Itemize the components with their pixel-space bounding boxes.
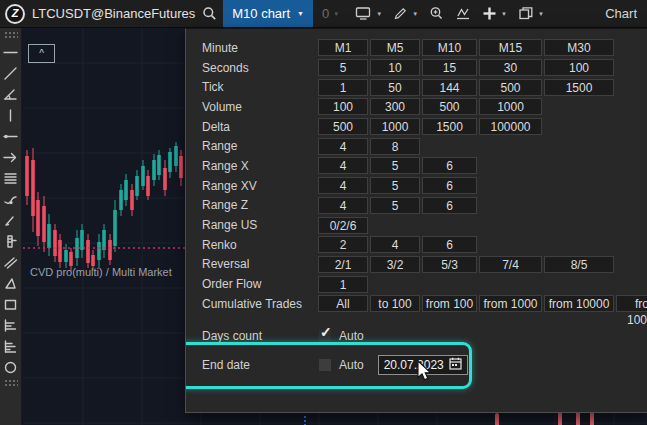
timeframe-cell[interactable]: 15 bbox=[422, 59, 477, 76]
timeframe-cell[interactable]: 4 bbox=[318, 157, 368, 174]
timeframe-row: Reversal2/13/25/37/48/5 bbox=[186, 255, 647, 275]
timeframe-cell[interactable]: 1500 bbox=[422, 118, 477, 135]
timeframe-cell[interactable]: 8/5 bbox=[544, 256, 614, 273]
layout-icon[interactable]: ▼ bbox=[514, 0, 548, 27]
timeframe-row: Range US0/2/6 bbox=[186, 215, 647, 235]
chevron-down-icon: ▼ bbox=[333, 11, 339, 17]
timeframe-cell[interactable]: 5 bbox=[318, 59, 368, 76]
timeframe-cell[interactable]: M30 bbox=[544, 39, 614, 56]
timeframe-cell[interactable]: from 100 bbox=[422, 295, 477, 312]
timeframe-cell[interactable]: 6 bbox=[422, 236, 477, 253]
timeframe-cell[interactable]: 5 bbox=[370, 197, 420, 214]
ray-tool[interactable] bbox=[0, 126, 22, 147]
timeframe-cell[interactable]: 100 bbox=[318, 98, 368, 115]
end-date-row: End date Auto 20.07.2023 bbox=[186, 354, 647, 376]
rectangle-tool[interactable] bbox=[0, 294, 22, 315]
timeframe-cell[interactable]: 300 bbox=[370, 98, 420, 115]
timeframe-cell[interactable]: from 1000 bbox=[479, 295, 542, 312]
calendar-icon[interactable] bbox=[449, 356, 462, 374]
timeframe-cell[interactable]: 4 bbox=[318, 138, 368, 155]
timeframe-cell[interactable]: 500 bbox=[422, 98, 477, 115]
row-label: Range US bbox=[186, 218, 318, 232]
arrow-tool[interactable] bbox=[0, 147, 22, 168]
indicator-icon[interactable] bbox=[451, 0, 475, 27]
timeframe-cell[interactable]: M1 bbox=[318, 39, 368, 56]
ellipse-tool[interactable] bbox=[0, 357, 22, 378]
timeframe-cell[interactable]: 4 bbox=[370, 236, 420, 253]
fixed-profile-tool[interactable] bbox=[0, 336, 22, 357]
auto-label: Auto bbox=[339, 358, 364, 372]
app-logo: Z bbox=[5, 4, 25, 24]
sidebar-grip[interactable] bbox=[4, 379, 18, 387]
collapse-chart-button[interactable]: ^ bbox=[28, 44, 55, 63]
sidebar-grip[interactable] bbox=[4, 31, 18, 39]
timeframe-row: Order Flow1 bbox=[186, 274, 647, 294]
angle-tool[interactable] bbox=[0, 84, 22, 105]
timeframe-row: Delta50010001500100000 bbox=[186, 117, 647, 137]
timeframe-cell[interactable]: 50 bbox=[370, 79, 420, 96]
timeframe-cell[interactable]: 1 bbox=[318, 79, 368, 96]
pencil-icon[interactable]: ▼ bbox=[389, 0, 422, 27]
row-label: Range XV bbox=[186, 179, 318, 193]
timeframe-cell[interactable]: M15 bbox=[479, 39, 542, 56]
horizontal-line-tool[interactable] bbox=[0, 42, 22, 63]
vertical-line-tool[interactable] bbox=[0, 105, 22, 126]
timeframe-cell[interactable]: 500 bbox=[479, 79, 542, 96]
timeframe-cell[interactable]: 6 bbox=[422, 197, 477, 214]
counter-dropdown[interactable]: 0 bbox=[322, 6, 329, 21]
timeframe-cell[interactable]: 30 bbox=[479, 59, 542, 76]
timeframe-cell[interactable]: 6 bbox=[422, 157, 477, 174]
volume-profile-tool[interactable] bbox=[0, 315, 22, 336]
zoom-in-icon[interactable] bbox=[425, 0, 448, 27]
timeframe-cell[interactable]: 7/4 bbox=[479, 256, 542, 273]
end-date-field[interactable]: 20.07.2023 bbox=[378, 355, 468, 375]
timeframe-cell[interactable]: 10 bbox=[370, 59, 420, 76]
timeframe-dropdown-button[interactable]: M10 chart ▼ bbox=[223, 0, 313, 27]
parallel-channel-tool[interactable] bbox=[0, 252, 22, 273]
timeframe-cell[interactable]: 8 bbox=[370, 138, 420, 155]
search-icon[interactable] bbox=[202, 6, 217, 21]
timeframe-cell[interactable]: 0/2/6 bbox=[318, 217, 368, 234]
indicator-label: CVD pro(multi) / Multi Market bbox=[30, 266, 172, 278]
timeframe-cell[interactable]: from 10000 bbox=[544, 295, 614, 312]
timeframe-cell[interactable]: 2 bbox=[318, 236, 368, 253]
timeframe-cell[interactable]: All bbox=[318, 295, 368, 312]
timeframe-cell[interactable]: to 100 bbox=[370, 295, 420, 312]
plus-icon[interactable]: ▼ bbox=[478, 0, 511, 27]
trend-line-tool[interactable] bbox=[0, 63, 22, 84]
timeframe-cell[interactable]: 1500 bbox=[544, 79, 614, 96]
timeframe-cell[interactable]: 5 bbox=[370, 157, 420, 174]
timeframe-cell[interactable]: 500 bbox=[318, 118, 368, 135]
timeframe-cell[interactable]: 1000 bbox=[370, 118, 420, 135]
monitor-icon[interactable]: ▼ bbox=[351, 0, 386, 27]
timeframe-cell[interactable]: M10 bbox=[422, 39, 477, 56]
timeframe-cell[interactable]: 1000 bbox=[479, 98, 542, 115]
days-count-auto-checkbox[interactable] bbox=[319, 330, 331, 342]
timeframe-cell[interactable]: 5/3 bbox=[422, 256, 477, 273]
timeframe-cell[interactable]: 100 bbox=[544, 59, 614, 76]
end-date-auto-checkbox[interactable] bbox=[319, 359, 331, 371]
bottom-candle-wicks bbox=[305, 412, 592, 425]
chevron-down-icon: ▼ bbox=[376, 11, 382, 17]
timeframe-cell[interactable]: 3/2 bbox=[370, 256, 420, 273]
brush-tool[interactable] bbox=[0, 210, 22, 231]
row-label: Tick bbox=[186, 80, 318, 94]
triangle-tool[interactable] bbox=[0, 273, 22, 294]
timeframe-cell[interactable]: 4 bbox=[318, 177, 368, 194]
timeframe-cell[interactable]: 144 bbox=[422, 79, 477, 96]
timeframe-cell[interactable]: M5 bbox=[370, 39, 420, 56]
timeframe-cell[interactable]: 100000 bbox=[479, 118, 542, 135]
timeframe-cell[interactable]: 4 bbox=[318, 197, 368, 214]
ruler-tool[interactable] bbox=[0, 231, 22, 252]
timeframe-cell[interactable]: 1 bbox=[318, 276, 368, 293]
curve-tool[interactable] bbox=[0, 189, 22, 210]
chevron-down-icon: ▼ bbox=[501, 11, 507, 17]
chevron-down-icon: ▼ bbox=[538, 11, 544, 17]
timeframe-cell[interactable]: from 100000 bbox=[616, 295, 647, 312]
timeframe-cell[interactable]: 6 bbox=[422, 177, 477, 194]
timeframe-row: Range Z456 bbox=[186, 196, 647, 216]
days-count-row: Days count Auto bbox=[186, 327, 647, 345]
timeframe-cell[interactable]: 2/1 bbox=[318, 256, 368, 273]
levels-tool[interactable] bbox=[0, 168, 22, 189]
timeframe-cell[interactable]: 5 bbox=[370, 177, 420, 194]
